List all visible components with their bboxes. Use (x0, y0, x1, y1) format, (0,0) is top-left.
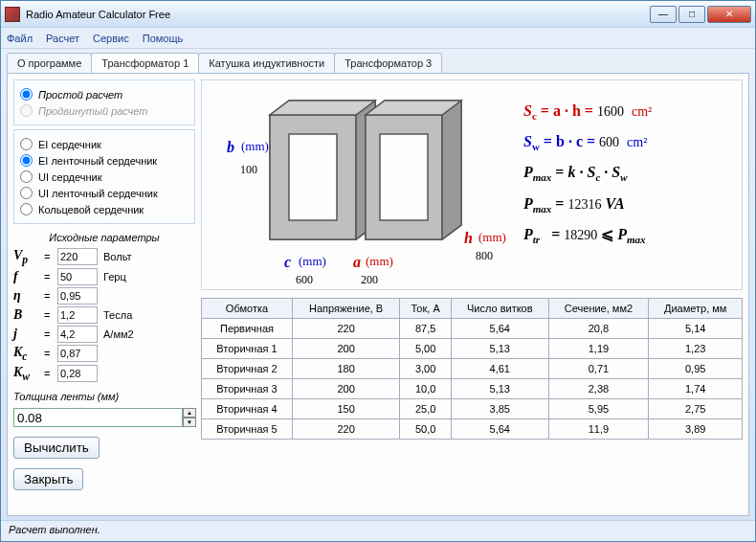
table-row: Первичная22087,55,6420,85,14 (202, 319, 743, 339)
radio-core-ei-tape[interactable] (20, 154, 33, 167)
table-row: Вторичная 21803,004,610,710,95 (202, 359, 743, 379)
input-kc[interactable] (57, 345, 98, 362)
label-core-ei: EI сердечник (38, 139, 101, 150)
app-icon (5, 7, 20, 22)
thickness-up[interactable]: ▲ (183, 408, 196, 418)
label-core-ei-tape: EI ленточный сердечник (38, 155, 157, 167)
diagram-formula-area: b (mm) 100 c (mm) 600 a (mm) 200 h (mm) … (201, 79, 743, 290)
calculate-button[interactable]: Вычислить (13, 437, 100, 459)
input-b[interactable] (57, 306, 98, 324)
status-bar: Расчет выполнен. (1, 520, 755, 541)
table-row: Вторичная 522050,05,6411,93,89 (202, 419, 743, 440)
table-header: Ток, А (400, 299, 452, 319)
label-advanced-calc: Продвинутый расчет (38, 105, 147, 117)
minimize-button[interactable]: — (650, 6, 677, 23)
menu-service[interactable]: Сервис (93, 33, 129, 44)
input-f[interactable] (57, 268, 98, 285)
right-panel: b (mm) 100 c (mm) 600 a (mm) 200 h (mm) … (201, 79, 743, 509)
radio-advanced-calc (20, 104, 33, 117)
radio-simple-calc[interactable] (20, 88, 33, 101)
params-title: Исходные параметры (13, 232, 195, 243)
tab-transformer3[interactable]: Трансформатор 3 (334, 53, 442, 73)
tab-inductor[interactable]: Катушка индуктивности (198, 53, 335, 73)
input-kw[interactable] (57, 365, 98, 382)
table-row: Вторичная 12005,005,131,191,23 (202, 339, 743, 359)
tab-about[interactable]: О программе (7, 53, 92, 73)
table-header: Число витков (452, 299, 549, 319)
left-panel: Простой расчет Продвинутый расчет EI сер… (13, 79, 195, 509)
radio-core-ei[interactable] (20, 138, 33, 150)
content-area: Простой расчет Продвинутый расчет EI сер… (7, 73, 749, 516)
radio-core-ring[interactable] (20, 203, 33, 215)
tab-strip: О программе Трансформатор 1 Катушка инду… (1, 49, 755, 73)
label-simple-calc: Простой расчет (38, 89, 122, 101)
label-core-ui-tape: UI ленточный сердечник (38, 188, 158, 199)
thickness-label: Толщина ленты (мм) (13, 391, 195, 402)
radio-core-ui-tape[interactable] (20, 187, 33, 199)
window-title: Radio Amateur Calculator Free (26, 9, 650, 20)
svg-rect-0 (289, 134, 337, 220)
label-core-ui: UI сердечник (38, 171, 101, 183)
titlebar: Radio Amateur Calculator Free — □ ✕ (1, 1, 755, 28)
formulas: Sc = a · h = 1600 cm² Sw = b · c = 600 c… (514, 86, 736, 283)
menubar: Файл Расчет Сервис Помощь (1, 28, 755, 49)
input-vp[interactable] (57, 248, 98, 265)
tab-transformer1[interactable]: Трансформатор 1 (91, 53, 199, 73)
radio-core-ui[interactable] (20, 170, 33, 183)
calc-mode-group: Простой расчет Продвинутый расчет (13, 79, 195, 125)
core-type-group: EI сердечник EI ленточный сердечник UI с… (13, 129, 195, 224)
table-header: Диаметр, мм (649, 299, 743, 319)
menu-file[interactable]: Файл (7, 33, 33, 44)
thickness-input[interactable] (13, 408, 183, 427)
label-core-ring: Кольцевой сердечник (38, 204, 144, 215)
table-row: Вторичная 415025,03,855,952,75 (202, 399, 743, 419)
input-j[interactable] (57, 326, 98, 343)
thickness-combo[interactable]: ▲▼ (13, 408, 90, 427)
table-row: Вторичная 320010,05,132,381,74 (202, 379, 743, 399)
maximize-button[interactable]: □ (678, 6, 705, 23)
input-eta[interactable] (57, 287, 98, 305)
app-window: Radio Amateur Calculator Free — □ ✕ Файл… (0, 0, 756, 542)
table-header: Сечение, мм2 (548, 299, 649, 319)
windings-table: ОбмоткаНапряжение, ВТок, АЧисло витковСе… (201, 298, 743, 440)
close-button[interactable]: ✕ (707, 6, 751, 23)
menu-help[interactable]: Помощь (143, 33, 184, 44)
close-panel-button[interactable]: Закрыть (13, 468, 83, 490)
table-header: Напряжение, В (292, 299, 399, 319)
svg-rect-1 (380, 134, 428, 220)
params-section: Исходные параметры Vp=Вольт f=Герц η= B=… (13, 228, 195, 383)
table-header: Обмотка (202, 299, 293, 319)
core-diagram: b (mm) 100 c (mm) 600 a (mm) 200 h (mm) … (208, 86, 514, 283)
menu-calc[interactable]: Расчет (46, 33, 79, 44)
thickness-down[interactable]: ▼ (183, 418, 196, 427)
